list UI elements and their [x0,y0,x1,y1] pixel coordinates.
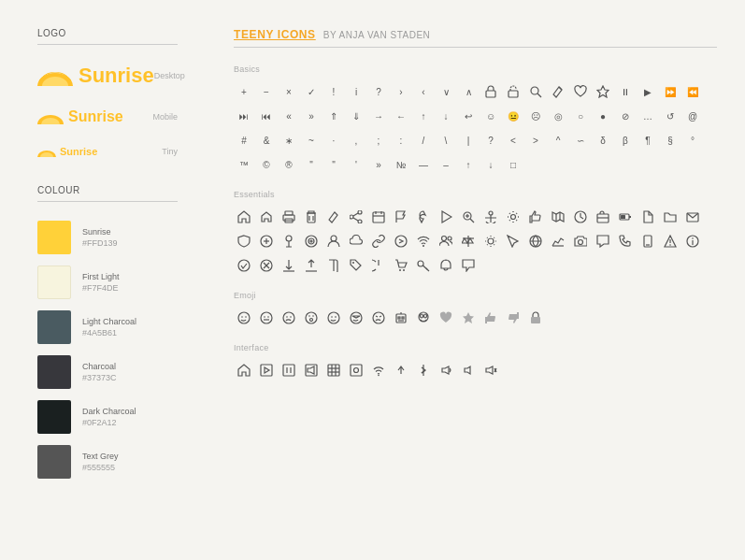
icon-bell [436,255,456,276]
colour-swatch-lightcharcoal [37,310,71,344]
icon-dblarrow: ⇑ [323,106,344,126]
icon-smile: ☺ [480,106,501,126]
right-header: TEENY ICONS BY ANJA VAN STADEN [234,28,717,41]
icon-star [593,81,613,102]
emoji-section: Emoji [234,291,717,328]
icon-info: i [346,81,366,102]
icon-arrow-right: → [368,106,389,126]
icon-arrow-up2: ↑ [458,154,479,175]
icon-users [436,231,456,251]
svg-rect-6 [486,91,495,97]
svg-line-64 [487,237,488,238]
icon-int-settings [346,360,366,381]
icon-dash-circle: ⊘ [615,106,636,126]
icon-anchor [480,207,501,227]
emoji-alien [413,308,434,328]
emoji-heart [436,308,456,328]
interface-title: Interface [234,343,717,352]
icon-thumb-up [525,207,546,227]
icon-pin2 [279,231,299,251]
logo-tiny-item: Sunrise Tiny [37,146,178,157]
icon-slash: / [413,130,434,151]
icon-refresh: ↺ [660,106,681,126]
svg-point-99 [264,316,265,318]
icon-question: ? [368,81,389,102]
icon-pause: ⏸ [615,81,636,102]
svg-rect-132 [328,365,339,376]
essentials-section: Essentials [234,190,717,276]
icon-link [368,231,389,251]
icon-times: × [279,81,299,102]
svg-rect-23 [373,212,384,223]
svg-point-59 [488,238,494,244]
icon-map [548,207,568,227]
icon-cursor [503,231,523,251]
svg-point-102 [286,316,288,318]
icon-camera [570,231,591,251]
colour-firstlight: First Light #F7F4DE [37,266,178,299]
icon-section: § [660,130,681,151]
icon-quote-open: " [301,154,322,175]
svg-point-97 [261,312,272,323]
icon-int-wifi [368,360,389,381]
svg-rect-125 [261,365,272,376]
svg-rect-137 [351,365,362,376]
emoji-thumbdn [503,308,523,328]
icon-x-circle [256,255,277,276]
logo-tiny-icon [37,146,56,157]
icon-ellipsis: … [638,106,658,126]
icon-dot: · [323,130,344,151]
icon-book [323,255,344,276]
icon-heart [570,81,591,102]
icon-settings [503,207,523,227]
icon-cart [391,255,411,276]
icon-quote-single: ' [346,154,366,175]
svg-point-8 [531,87,538,94]
icon-user [323,231,344,251]
icon-amp: & [256,130,277,151]
svg-point-112 [373,312,384,323]
logo-mobile: Sunrise [37,108,123,125]
logo-mobile-item: Sunrise Mobile [37,108,178,125]
svg-point-94 [238,312,250,323]
svg-point-18 [358,210,362,214]
icon-edit [323,207,344,227]
svg-point-138 [354,368,359,373]
icon-home [234,207,254,227]
icon-return: ↩ [458,106,479,126]
svg-point-78 [692,237,694,239]
icon-rewind: ⏪ [682,81,703,102]
emoji-star [458,308,479,328]
icon-sad: ☹ [525,106,546,126]
right-divider [234,47,717,48]
emoji-neutral [256,308,277,328]
colour-lightcharcoal: Light Charcoal #4A5B61 [37,310,178,344]
teeny-icons-link[interactable]: TEENY ICONS [234,28,316,41]
svg-point-55 [442,237,447,241]
left-panel: LOGO Sunrise Desktop [0,0,206,560]
icon-quote-close: " [323,154,344,175]
svg-point-70 [579,240,583,245]
icon-fastfwd: ⏩ [660,81,681,102]
icon-arrow-dn2: ↓ [480,154,501,175]
icon-less: < [503,130,523,151]
logo-desktop-item: Sunrise Desktop [37,64,178,88]
svg-point-51 [310,240,312,242]
svg-line-65 [494,244,494,245]
svg-point-103 [290,316,292,318]
colour-divider [37,201,178,202]
svg-point-88 [399,269,401,271]
icon-delta: δ [593,130,613,151]
icon-check2 [234,255,254,276]
essentials-title: Essentials [234,190,717,199]
icon-comma: , [346,130,366,151]
icon-int-mute [480,360,501,381]
icon-block: □ [503,154,523,175]
svg-point-35 [511,215,516,220]
svg-line-114 [380,316,381,317]
icon-folder [660,207,681,227]
icon-power [368,255,389,276]
svg-point-107 [312,315,314,317]
icon-int-bluetooth [413,360,434,381]
svg-point-95 [241,316,243,318]
